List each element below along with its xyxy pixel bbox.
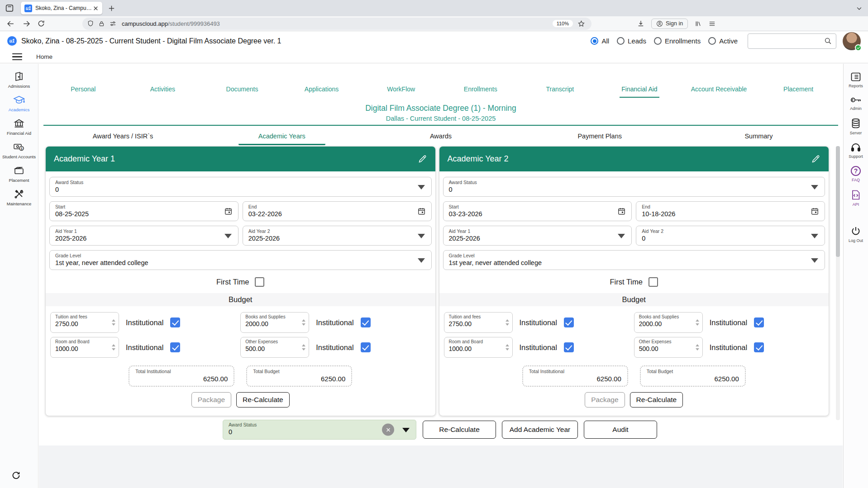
search-input[interactable] xyxy=(752,38,824,45)
end-date-field[interactable]: End 03-22-2026 xyxy=(243,201,432,221)
tab-close-icon[interactable] xyxy=(93,5,99,11)
subtab-summary[interactable]: Summary xyxy=(679,131,838,146)
room-input[interactable]: Room and Board 1000.00 xyxy=(444,337,513,358)
radio-leads[interactable] xyxy=(617,37,625,45)
institutional-checkbox[interactable] xyxy=(170,342,180,352)
breadcrumb-home[interactable]: Home xyxy=(36,53,52,60)
filter-all[interactable]: All xyxy=(591,37,609,45)
subtab-academic-years[interactable]: Academic Years xyxy=(202,131,361,146)
sidebar-item-api[interactable]: API xyxy=(851,190,861,207)
back-icon[interactable] xyxy=(6,19,15,28)
clear-icon[interactable] xyxy=(382,424,394,436)
sidebar-item-financial-aid[interactable]: Financial Aid xyxy=(7,118,31,136)
downloads-icon[interactable] xyxy=(637,19,645,28)
aid-year-1-select[interactable]: Aid Year 1 2025-2026 xyxy=(443,226,632,246)
start-date-field[interactable]: Start 03-23-2026 xyxy=(443,201,632,221)
dropdown-caret-icon[interactable] xyxy=(811,258,818,263)
sidebar-item-server[interactable]: Server xyxy=(850,118,862,135)
dropdown-caret-icon[interactable] xyxy=(811,185,818,190)
institutional-checkbox[interactable] xyxy=(361,317,371,327)
dropdown-caret-icon[interactable] xyxy=(224,234,232,238)
package-button[interactable]: Package xyxy=(191,392,231,407)
tab-enrollments[interactable]: Enrollments xyxy=(441,85,520,99)
main-menu-icon[interactable] xyxy=(12,53,22,61)
tab-financial-aid[interactable]: Financial Aid xyxy=(600,85,679,99)
books-input[interactable]: Books and Supplies 2000.00 xyxy=(240,312,309,333)
number-spinner[interactable] xyxy=(112,344,115,351)
package-button[interactable]: Package xyxy=(585,392,625,407)
scrollbar-thumb[interactable] xyxy=(836,146,840,257)
filter-enrollments[interactable]: Enrollments xyxy=(654,37,701,45)
end-date-field[interactable]: End 10-18-2026 xyxy=(636,201,825,221)
radio-all[interactable] xyxy=(591,37,598,45)
subtab-payment-plans[interactable]: Payment Plans xyxy=(520,131,679,146)
dropdown-caret-icon[interactable] xyxy=(618,234,625,238)
radio-active[interactable] xyxy=(708,37,716,45)
room-input[interactable]: Room and Board 1000.00 xyxy=(50,337,119,358)
lock-icon[interactable] xyxy=(98,20,105,27)
tab-account-receivable[interactable]: Account Receivable xyxy=(679,85,759,99)
number-spinner[interactable] xyxy=(302,319,305,326)
number-spinner[interactable] xyxy=(302,344,305,351)
refresh-icon[interactable] xyxy=(10,470,21,481)
sign-in-button[interactable]: Sign in xyxy=(651,19,688,29)
calendar-icon[interactable] xyxy=(617,207,626,216)
institutional-checkbox[interactable] xyxy=(170,317,180,327)
other-expenses-input[interactable]: Other Expenses 500.00 xyxy=(240,337,309,358)
recalculate-button[interactable]: Re-Calculate xyxy=(236,392,290,407)
number-spinner[interactable] xyxy=(112,319,115,326)
books-input[interactable]: Books and Supplies 2000.00 xyxy=(634,312,703,333)
recalculate-button[interactable]: Re-Calculate xyxy=(630,392,683,407)
award-status-select[interactable]: Award Status 0 xyxy=(49,177,432,197)
dropdown-caret-icon[interactable] xyxy=(811,234,818,238)
aid-year-2-select[interactable]: Aid Year 2 2025-2026 xyxy=(243,226,432,246)
tab-applications[interactable]: Applications xyxy=(282,85,362,99)
start-date-field[interactable]: Start 08-25-2025 xyxy=(49,201,238,221)
aid-year-2-select[interactable]: Aid Year 2 0 xyxy=(636,226,825,246)
search-icon[interactable] xyxy=(824,37,832,45)
tab-placement[interactable]: Placement xyxy=(758,85,838,99)
sidebar-item-logout[interactable]: Log Out xyxy=(849,226,863,243)
sidebar-item-faq[interactable]: ? FAQ xyxy=(851,166,861,182)
user-avatar[interactable] xyxy=(843,32,861,50)
browser-tab[interactable]: u1 Skoko, Zina - Campus Cloud v2 xyxy=(21,2,102,14)
filter-leads[interactable]: Leads xyxy=(617,37,646,45)
first-time-checkbox[interactable] xyxy=(649,277,658,287)
filter-active[interactable]: Active xyxy=(708,37,738,45)
grade-level-select[interactable]: Grade Level 1st year, never attended col… xyxy=(49,250,432,270)
tab-documents[interactable]: Documents xyxy=(202,85,282,99)
number-spinner[interactable] xyxy=(506,344,509,351)
tab-personal[interactable]: Personal xyxy=(43,85,123,99)
subtab-awards[interactable]: Awards xyxy=(361,131,520,146)
number-spinner[interactable] xyxy=(696,319,699,326)
tuition-input[interactable]: Tuition and fees 2750.00 xyxy=(444,312,513,333)
institutional-checkbox[interactable] xyxy=(754,317,764,327)
number-spinner[interactable] xyxy=(506,319,509,326)
dropdown-caret-icon[interactable] xyxy=(402,428,410,432)
add-academic-year-button[interactable]: Add Academic Year xyxy=(502,421,578,439)
number-spinner[interactable] xyxy=(696,344,699,351)
library-icon[interactable] xyxy=(694,20,702,28)
url-bar[interactable]: campuscloud.app/student/999936493 110% xyxy=(82,18,591,30)
zoom-level-badge[interactable]: 110% xyxy=(553,20,573,27)
calendar-icon[interactable] xyxy=(811,207,819,216)
footer-award-status-select[interactable]: Award Status 0 xyxy=(223,420,416,440)
subtab-award-years[interactable]: Award Years / ISIR`s xyxy=(43,131,202,146)
menu-hamburger-icon[interactable] xyxy=(708,20,716,28)
institutional-checkbox[interactable] xyxy=(754,342,764,352)
forward-icon[interactable] xyxy=(22,19,31,28)
first-time-checkbox[interactable] xyxy=(255,277,264,287)
edit-icon[interactable] xyxy=(811,154,820,164)
shield-icon[interactable] xyxy=(87,20,94,27)
tuition-input[interactable]: Tuition and fees 2750.00 xyxy=(50,312,119,333)
sidebar-item-maintenance[interactable]: Maintenance xyxy=(7,189,31,206)
tab-activities[interactable]: Activities xyxy=(123,85,203,99)
permissions-icon[interactable] xyxy=(109,20,117,28)
reload-icon[interactable] xyxy=(37,19,45,28)
firefox-view-icon[interactable] xyxy=(5,3,14,13)
institutional-checkbox[interactable] xyxy=(361,342,371,352)
new-tab-icon[interactable] xyxy=(108,5,115,12)
radio-enrollments[interactable] xyxy=(654,37,662,45)
tab-list-chevron-icon[interactable] xyxy=(856,5,863,12)
bookmark-star-icon[interactable] xyxy=(577,20,585,28)
